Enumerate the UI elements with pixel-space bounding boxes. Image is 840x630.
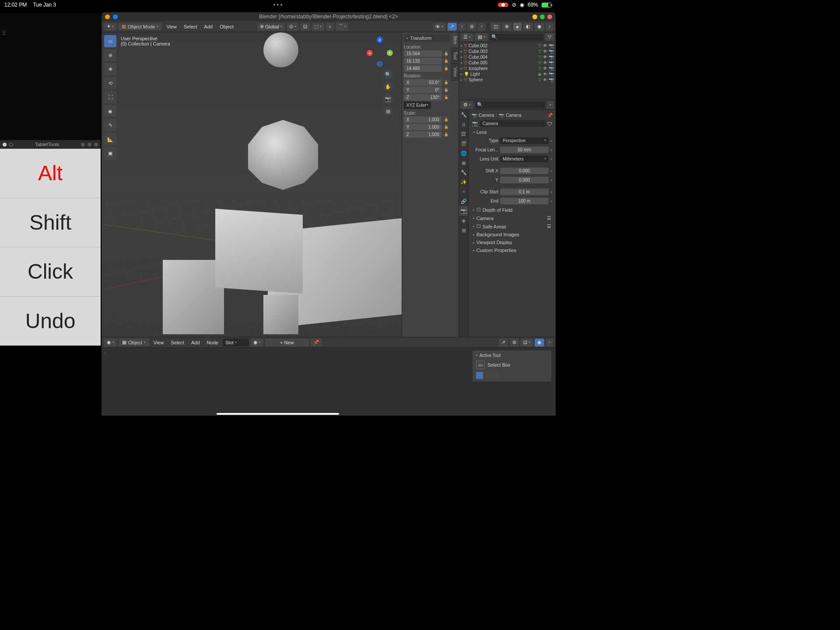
nav-pan[interactable]: ✋ xyxy=(383,82,393,91)
nav-camera[interactable]: 📷 xyxy=(383,94,393,104)
mode-select[interactable]: ▦ Object Mode ▾ xyxy=(118,23,162,30)
scale-x-field[interactable]: X1.000 xyxy=(404,116,442,123)
outliner-item[interactable]: ▸▽Cube.004▽👁📷 xyxy=(461,54,554,60)
mesh-sphere[interactable] xyxy=(263,32,298,67)
shift-x-field[interactable]: 0.000 xyxy=(500,168,549,174)
multitask-dots[interactable] xyxy=(273,4,282,6)
gizmo-options[interactable]: ▾ xyxy=(458,23,466,31)
visibility-button[interactable]: 👁▾ xyxy=(433,23,446,31)
tool-annotate[interactable]: ✎ xyxy=(104,119,116,131)
tool-measure[interactable]: 📐 xyxy=(104,133,116,145)
props-tab-object[interactable]: ▣ xyxy=(459,158,468,168)
key-alt[interactable]: Alt xyxy=(0,149,101,198)
props-tab-texture[interactable]: ▦ xyxy=(459,225,468,235)
close-button[interactable] xyxy=(547,14,552,19)
nav-zoom[interactable]: 🔍 xyxy=(383,70,393,79)
use-nodes-toggle[interactable]: ◉ xyxy=(535,339,544,346)
rotation-mode-select[interactable]: XYZ Euler▾ xyxy=(404,102,431,109)
tool-add-cube[interactable]: ▣ xyxy=(104,147,116,159)
loc-x-field[interactable]: 15.564 xyxy=(404,50,442,57)
mesh-cubes-group[interactable] xyxy=(163,207,408,337)
xray-toggle[interactable]: ◫ xyxy=(491,23,500,31)
nav-perspective[interactable]: ▦ xyxy=(383,106,393,116)
shader-menu-add[interactable]: Add xyxy=(189,339,203,346)
shader-options[interactable]: ▾ xyxy=(546,339,553,346)
outliner-item[interactable]: ▸💡Light◉👁📷 xyxy=(461,71,554,77)
tool-move[interactable]: ✥ xyxy=(104,63,116,75)
camera-panel-header[interactable]: ▸Camera☰ xyxy=(470,214,554,222)
orientation-select[interactable]: ⊕ Global ▾ xyxy=(257,23,285,31)
shading-wireframe[interactable]: ⊕ xyxy=(502,23,511,31)
outliner-item[interactable]: ▸▽Cube.005▽👁📷 xyxy=(461,60,554,66)
tool-cursor[interactable]: ⊕ xyxy=(104,49,116,61)
pin-button[interactable]: 📌 xyxy=(311,339,322,346)
shading-matprev[interactable]: ◐ xyxy=(523,23,533,31)
tool-transform[interactable]: ◉ xyxy=(104,105,116,117)
outliner-display-mode[interactable]: ☰▾ xyxy=(461,33,473,41)
shader-menu-view[interactable]: View xyxy=(151,339,167,346)
proportional-falloff[interactable]: ⌒▾ xyxy=(336,23,349,31)
outliner-item[interactable]: ▸▽Icosphere▽👁📷 xyxy=(461,66,554,71)
gizmo-toggle[interactable]: ↗ xyxy=(448,23,457,31)
shader-menu-node[interactable]: Node xyxy=(204,339,221,346)
rot-y-field[interactable]: Y0° xyxy=(404,87,442,93)
mesh-icosphere[interactable] xyxy=(248,120,318,190)
menu-object[interactable]: Object xyxy=(217,23,236,30)
props-tab-viewlayer[interactable]: 🖼 xyxy=(459,129,468,139)
props-options[interactable]: ▾ xyxy=(547,101,554,109)
rot-x-field[interactable]: X63.6° xyxy=(404,79,442,86)
outliner-item[interactable]: ▸▽Cube.003▽👁📷 xyxy=(461,49,554,54)
key-undo[interactable]: Undo xyxy=(0,297,101,346)
npanel-tab-view[interactable]: View xyxy=(451,64,458,81)
props-tab-modifier[interactable]: 🔧 xyxy=(459,168,468,177)
shading-rendered[interactable]: ◉ xyxy=(535,23,544,31)
props-tab-physics[interactable]: ⚛ xyxy=(459,187,468,196)
viewport-display-panel-header[interactable]: ▸Viewport Display xyxy=(470,238,554,246)
home-indicator[interactable] xyxy=(217,413,339,415)
props-tab-material[interactable]: ◉ xyxy=(459,216,468,225)
shift-y-field[interactable]: 0.000 xyxy=(500,177,549,183)
menu-select[interactable]: Select xyxy=(181,23,200,30)
outliner-item[interactable]: ▸▽Sphere▽👁📷 xyxy=(461,77,554,83)
outliner-view-mode[interactable]: ▤▾ xyxy=(475,33,488,41)
shader-overlay2[interactable]: ⊜ xyxy=(510,339,519,346)
outliner-item[interactable]: ▸▽Cube.002▽👁📷 xyxy=(461,43,554,49)
props-tab-particle[interactable]: ✨ xyxy=(459,177,468,187)
props-tab-constraint[interactable]: 🔗 xyxy=(459,196,468,206)
snap-toggle[interactable]: ⊡ xyxy=(301,23,310,31)
loc-y-field[interactable]: 16.133 xyxy=(404,58,442,64)
shader-snap[interactable]: ⊡▾ xyxy=(521,339,533,346)
clip-end-field[interactable]: 100 m xyxy=(500,198,549,204)
window-grip-icon[interactable]: ⠿ xyxy=(2,30,5,37)
shader-overlay1[interactable]: ↗ xyxy=(499,339,508,346)
snap-target[interactable]: ⬚▾ xyxy=(312,23,324,31)
maximize-button[interactable] xyxy=(540,14,545,19)
dof-panel-header[interactable]: ▸☐Depth of Field xyxy=(470,206,554,214)
shader-menu-select[interactable]: Select xyxy=(168,339,187,346)
tool-scale[interactable]: ⛶ xyxy=(104,91,116,103)
clip-start-field[interactable]: 0.1 m xyxy=(500,189,549,195)
drag-mode-3[interactable] xyxy=(492,372,499,379)
lens-unit-select[interactable]: Millimeters▾ xyxy=(500,156,549,162)
minimize-button[interactable] xyxy=(532,14,537,19)
props-tab-output[interactable]: 🖨 xyxy=(459,119,468,129)
focal-length-field[interactable]: 50 mm xyxy=(500,147,549,153)
outliner-filter[interactable]: ▽ xyxy=(545,33,554,41)
shader-type-select[interactable]: ▦Object▾ xyxy=(119,339,149,346)
window-titlebar[interactable]: Blender [/home/stabby/Blender-Projects/t… xyxy=(102,12,556,21)
outliner-search[interactable]: 🔍 xyxy=(490,34,543,41)
scale-z-field[interactable]: Z1.000 xyxy=(404,131,442,138)
nav-gizmo[interactable]: Z X Y xyxy=(367,37,393,63)
proportional-edit[interactable]: ○ xyxy=(326,23,334,31)
overlay-options[interactable]: ▾ xyxy=(478,23,485,31)
shading-options[interactable]: ▾ xyxy=(546,23,553,31)
key-click[interactable]: Click xyxy=(0,247,101,297)
material-browse[interactable]: ◉▾ xyxy=(251,339,263,346)
viewport-3d[interactable]: ▭ ⊕ ✥ ⟲ ⛶ ◉ ✎ 📐 ▣ User Perspective (0) C… xyxy=(102,32,458,337)
camera-name-field[interactable]: Camera xyxy=(480,120,546,127)
shader-editor-type[interactable]: ◉▾ xyxy=(104,339,117,346)
screen-record-indicator[interactable] xyxy=(498,3,508,7)
tablet-tools-titlebar[interactable]: TabletTools xyxy=(0,140,101,149)
loc-z-field[interactable]: 14.489 xyxy=(404,65,442,72)
expand-icon[interactable]: › xyxy=(104,350,106,356)
